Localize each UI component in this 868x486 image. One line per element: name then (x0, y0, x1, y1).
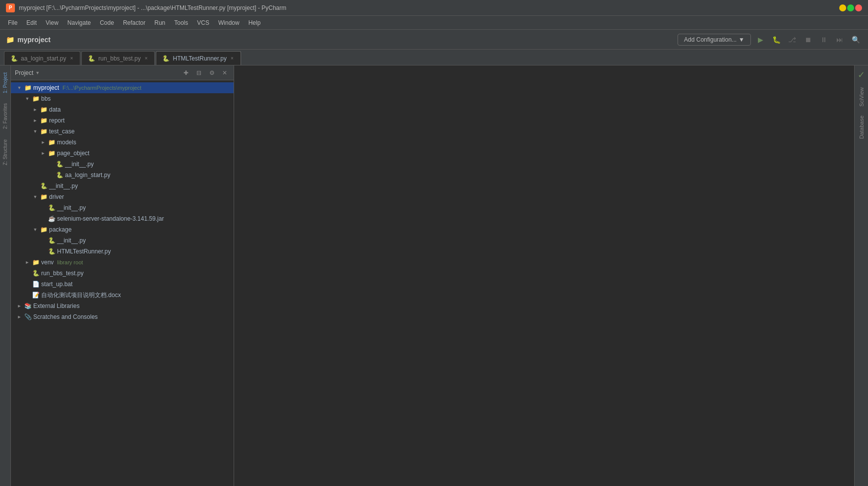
tab-HTMLTestRunner-py[interactable]: 🐍HTMLTestRunner.py× (156, 51, 241, 65)
label-test-case: test_case (49, 128, 74, 135)
menu-item-code[interactable]: Code (96, 18, 118, 28)
run-button[interactable]: ▶ (754, 33, 767, 46)
settings-icon[interactable]: ⚙ (207, 68, 217, 78)
project-title-label: Project (15, 69, 33, 76)
label-selenium-jar: selenium-server-standalone-3.141.59.jar (57, 215, 164, 222)
tree-item-package[interactable]: ▼ 📁 package (11, 224, 234, 235)
left-tab-structure[interactable]: Z: Structure (1, 134, 9, 170)
tree-item-external-libraries[interactable]: ► 📚 External Libraries (11, 301, 234, 311)
tree-item-myproject[interactable]: ▼ 📁 myproject F:\...\PycharmProjects\myp… (11, 82, 234, 93)
menu-item-refactor[interactable]: Refactor (119, 18, 149, 28)
tab-close-0[interactable]: × (69, 55, 74, 61)
search-everywhere-button[interactable]: 🔍 (849, 33, 862, 46)
tab-label-2: HTMLTestRunner.py (173, 55, 227, 62)
label-data: data (49, 106, 61, 113)
stop-button[interactable]: ⏹ (802, 33, 814, 46)
tree-item-scratches[interactable]: ► 📎 Scratches and Consoles (11, 311, 234, 322)
label-package: package (49, 226, 71, 233)
label-models: models (57, 139, 76, 146)
tab-close-1[interactable]: × (144, 55, 149, 61)
folder-icon-venv: 📁 (32, 258, 40, 266)
project-title-arrow[interactable]: ▼ (35, 70, 40, 75)
left-vertical-tabs: 1: Project 2: Favorites Z: Structure (0, 65, 11, 486)
label-venv: venv (41, 259, 54, 266)
add-icon[interactable]: ✚ (181, 68, 191, 78)
no-arrow4 (40, 205, 46, 211)
menu-bar: FileEditViewNavigateCodeRefactorRunTools… (0, 16, 868, 30)
sublabel-myproject: F:\...\PycharmProjects\myproject (62, 85, 141, 91)
arrow-bbs: ▼ (24, 96, 30, 102)
menu-item-help[interactable]: Help (245, 18, 265, 28)
tab-run_bbs_test-py[interactable]: 🐍run_bbs_test.py× (81, 51, 155, 65)
tree-item-models[interactable]: ► 📁 models (11, 137, 234, 148)
tab-icon-2: 🐍 (162, 55, 170, 62)
tree-item-init-test-case[interactable]: 🐍 __init__.py (11, 159, 234, 170)
tree-item-driver[interactable]: ▼ 📁 driver (11, 191, 234, 202)
tree-item-bbs[interactable]: ▼ 📁 bbs (11, 93, 234, 104)
arrow-myproject: ▼ (16, 85, 22, 91)
label-myproject: myproject (33, 84, 59, 91)
arrow-scratches: ► (16, 314, 22, 320)
tree-item-page-object[interactable]: ► 📁 page_object (11, 148, 234, 159)
arrow-models: ► (40, 139, 46, 145)
tree-item-venv[interactable]: ► 📁 venv library root (11, 257, 234, 268)
tree-item-docx[interactable]: 📝 自动化测试项目说明文档.docx (11, 290, 234, 301)
label-page-object: page_object (57, 150, 89, 157)
no-arrow7 (40, 248, 46, 254)
add-config-arrow: ▼ (739, 36, 744, 43)
tree-item-run-bbs[interactable]: 🐍 run_bbs_test.py (11, 268, 234, 279)
debug-button[interactable]: 🐛 (770, 33, 783, 46)
tree-item-aa-login[interactable]: 🐍 aa_login_start.py (11, 170, 234, 181)
menu-item-view[interactable]: View (42, 18, 62, 28)
tree-item-test-case[interactable]: ▼ 📁 test_case (11, 126, 234, 137)
step-button[interactable]: ⏭ (833, 33, 846, 46)
window-controls[interactable] (839, 4, 862, 11)
menu-item-navigate[interactable]: Navigate (63, 18, 95, 28)
coverage-button[interactable]: ⎇ (786, 33, 799, 46)
tree-item-init-package[interactable]: 🐍 __init__.py (11, 235, 234, 246)
arrow-page-object: ► (40, 150, 46, 156)
tree-item-report[interactable]: ► 📁 report (11, 115, 234, 126)
tree-item-selenium-jar[interactable]: ☕ selenium-server-standalone-3.141.59.ja… (11, 213, 234, 224)
maximize-button[interactable] (847, 4, 854, 11)
no-arrow5 (40, 216, 46, 222)
collapse-all-icon[interactable]: ⊟ (194, 68, 204, 78)
tree-item-init-driver[interactable]: 🐍 __init__.py (11, 202, 234, 213)
menu-item-run[interactable]: Run (150, 18, 169, 28)
left-tab-favorites[interactable]: 2: Favorites (1, 98, 9, 134)
pause-button[interactable]: ⏸ (817, 33, 830, 46)
no-arrow3 (32, 183, 38, 189)
tab-icon-1: 🐍 (88, 55, 95, 62)
menu-item-edit[interactable]: Edit (22, 18, 41, 28)
menu-item-window[interactable]: Window (214, 18, 244, 28)
menu-item-vcs[interactable]: VCS (193, 18, 213, 28)
tree-item-init-bbs[interactable]: 🐍 __init__.py (11, 181, 234, 191)
tree-item-startup-bat[interactable]: 📄 start_up.bat (11, 279, 234, 290)
title-bar: P myproject [F:\...\PycharmProjects\mypr… (0, 0, 868, 16)
add-config-label: Add Configuration... (684, 36, 737, 43)
label-aa-login: aa_login_start.py (65, 172, 110, 179)
arrow-data: ► (32, 107, 38, 113)
minimize-button[interactable] (839, 4, 846, 11)
left-tab-project[interactable]: 1: Project (1, 67, 9, 98)
label-driver: driver (49, 193, 64, 200)
tab-close-2[interactable]: × (230, 55, 235, 61)
add-configuration-button[interactable]: Add Configuration... ▼ (678, 34, 751, 46)
close-panel-icon[interactable]: ✕ (220, 68, 230, 78)
tree-item-htmltestrunner[interactable]: 🐍 HTMLTestRunner.py (11, 246, 234, 257)
right-tab-sciview[interactable]: SciView (857, 83, 867, 111)
menu-item-file[interactable]: File (4, 18, 21, 28)
header-right: Add Configuration... ▼ ▶ 🐛 ⎇ ⏹ ⏸ ⏭ 🔍 (678, 33, 862, 46)
no-arrow10 (24, 292, 30, 298)
menu-item-tools[interactable]: Tools (170, 18, 192, 28)
right-sidebar: ✓ SciView Database (854, 65, 868, 486)
external-libs-icon: 📚 (24, 302, 32, 310)
tab-aa_login_start-py[interactable]: 🐍aa_login_start.py× (4, 51, 80, 65)
tree-item-data[interactable]: ► 📁 data (11, 104, 234, 115)
close-button[interactable] (855, 4, 862, 11)
project-name: myproject (17, 36, 51, 44)
folder-icon-test-case: 📁 (40, 127, 48, 135)
label-init-bbs: __init__.py (49, 182, 78, 189)
right-tab-database[interactable]: Database (857, 112, 867, 143)
tab-label-0: aa_login_start.py (21, 55, 66, 62)
